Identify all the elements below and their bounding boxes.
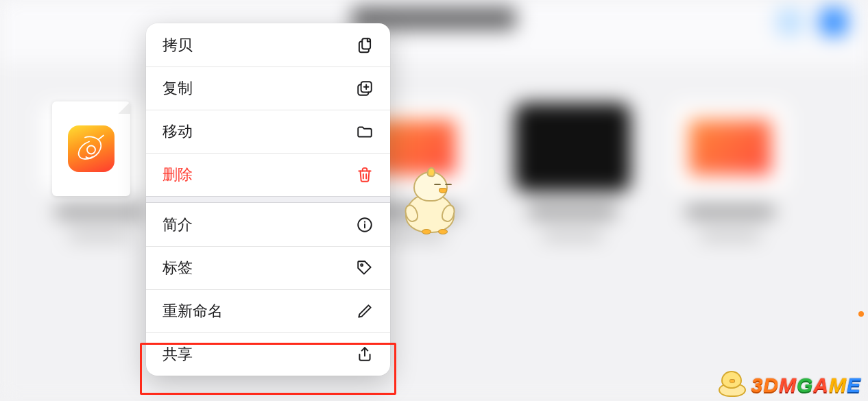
menu-item-delete[interactable]: 删除 — [146, 153, 390, 196]
garageband-icon — [68, 125, 114, 172]
menu-item-label: 重新命名 — [162, 301, 223, 321]
chick-icon — [717, 369, 747, 397]
watermark: 3DMGAME — [717, 369, 861, 397]
menu-item-label: 移动 — [162, 121, 193, 142]
menu-item-rename[interactable]: 重新命名 — [146, 289, 390, 332]
decorative-dot — [858, 311, 864, 317]
menu-item-label: 标签 — [162, 258, 193, 278]
svg-point-5 — [361, 264, 363, 266]
menu-item-move[interactable]: 移动 — [146, 110, 390, 153]
menu-separator — [146, 196, 390, 203]
selected-file-thumbnail[interactable] — [52, 101, 130, 196]
trash-icon — [356, 166, 374, 184]
svg-rect-1 — [362, 38, 370, 49]
menu-item-duplicate[interactable]: 复制 — [146, 66, 390, 110]
menu-item-label: 共享 — [162, 344, 193, 365]
svg-point-4 — [364, 221, 365, 222]
menu-item-info[interactable]: 简介 — [146, 203, 390, 246]
menu-item-copy[interactable]: 拷贝 — [146, 23, 390, 66]
menu-item-share[interactable]: 共享 — [146, 332, 390, 376]
doc-on-doc-icon — [356, 36, 374, 54]
menu-item-label: 删除 — [162, 165, 193, 185]
menu-item-tags[interactable]: 标签 — [146, 246, 390, 289]
menu-item-label: 简介 — [162, 215, 193, 235]
context-menu: 拷贝 复制 移动 删除 — [146, 23, 390, 376]
info-circle-icon — [356, 216, 374, 234]
tag-icon — [356, 259, 374, 277]
menu-item-label: 拷贝 — [162, 35, 193, 56]
pencil-icon — [356, 302, 374, 320]
mascot-chick-icon — [401, 171, 459, 233]
menu-item-label: 复制 — [162, 78, 193, 99]
share-icon — [356, 345, 374, 363]
svg-point-0 — [87, 146, 95, 154]
watermark-text: 3DMGAME — [751, 374, 861, 397]
plus-square-icon — [356, 80, 374, 97]
folder-icon — [356, 123, 374, 141]
